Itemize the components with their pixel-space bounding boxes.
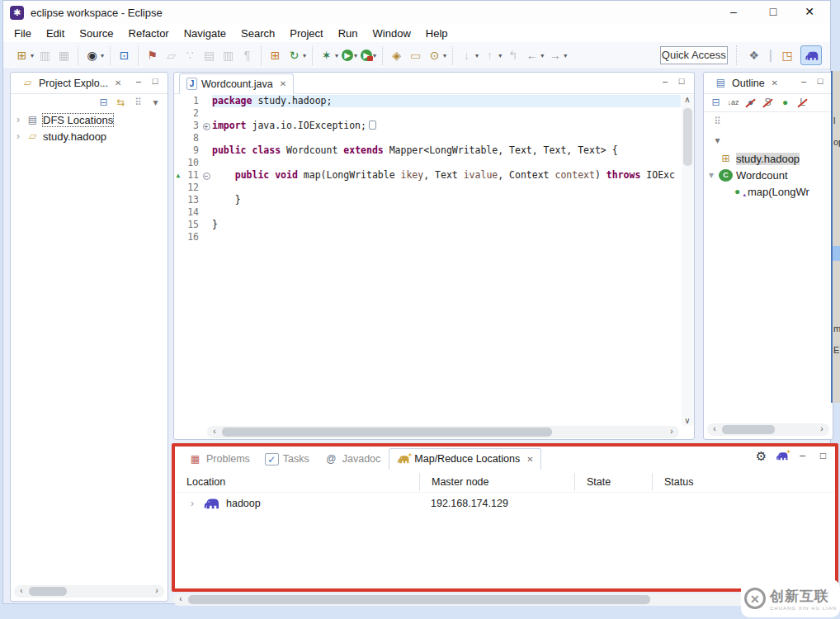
column-header-state[interactable]: State [574, 473, 652, 491]
open-resource-button[interactable]: ▭ [406, 46, 425, 65]
menu-search[interactable]: Search [234, 26, 282, 41]
tab-project-explorer[interactable]: ▱ Project Explo... ✕ [16, 73, 126, 93]
dropdown-arrow-icon[interactable]: ▾ [540, 52, 544, 59]
scroll-thumb[interactable] [722, 425, 775, 434]
editor-tab-close-icon[interactable]: ✕ [280, 79, 286, 88]
hide-non-public-icon[interactable]: ● [778, 96, 792, 110]
menu-edit[interactable]: Edit [39, 26, 72, 41]
outline-tab-close-icon[interactable]: ✕ [772, 78, 778, 87]
tab-map-reduce-locations[interactable]: Map/Reduce Locations✕ [389, 448, 540, 470]
panel-maximize-icon[interactable]: □ [816, 449, 830, 463]
scroll-right-icon[interactable]: › [816, 424, 828, 433]
dropdown-arrow-icon[interactable]: ▾ [354, 52, 357, 59]
dropdown-arrow-icon[interactable]: ▾ [101, 52, 104, 59]
run-button[interactable]: ▶▾ [340, 48, 359, 63]
dropdown-arrow-icon[interactable]: ▾ [31, 52, 34, 59]
menu-help[interactable]: Help [418, 26, 455, 41]
dropdown-arrow-icon[interactable]: ▾ [373, 52, 376, 59]
external-tools-button[interactable]: ⚑ [143, 46, 162, 65]
tab-wordcount-java[interactable]: J Wordcount.java ✕ [179, 73, 294, 94]
table-row[interactable]: › hadoop 192.168.174.129 [175, 493, 835, 514]
view-dots-icon[interactable]: ⠿ [710, 115, 724, 129]
open-type-button[interactable]: ◈ [387, 46, 406, 65]
menu-window[interactable]: Window [366, 26, 418, 41]
editor-hscrollbar[interactable]: ‹ › [207, 426, 679, 438]
bottom-panel-hscrollbar[interactable]: ‹ › [173, 593, 838, 606]
view-menu-icon[interactable]: ▾ [149, 96, 163, 110]
bottom-tab-close-icon[interactable]: ✕ [526, 455, 533, 464]
scroll-thumb[interactable] [188, 595, 650, 604]
hide-local-types-icon[interactable]: L [795, 96, 809, 110]
run-external-button[interactable]: ▶▾ [359, 48, 378, 63]
tree-item-dfs-locations[interactable]: ›▤DFS Locations [11, 111, 168, 128]
fold-collapse-icon[interactable]: − [203, 172, 210, 180]
menu-source[interactable]: Source [72, 26, 120, 41]
menu-refactor[interactable]: Refactor [121, 26, 177, 41]
dropdown-arrow-icon[interactable]: ▾ [498, 52, 502, 59]
scroll-left-icon[interactable]: ‹ [16, 586, 27, 595]
scroll-left-icon[interactable]: ‹ [709, 424, 720, 433]
editor-minimize-button[interactable]: – [658, 76, 672, 86]
column-header-status[interactable]: Status [652, 473, 835, 491]
window-close-button[interactable]: ✕ [795, 2, 823, 21]
refresh-task-button[interactable]: ↻▾ [285, 46, 308, 65]
code-editor[interactable]: 1package study.hadoop;23+import java.io.… [174, 95, 681, 426]
scroll-thumb[interactable] [222, 428, 552, 437]
open-console-button[interactable]: ⊡ [115, 46, 134, 65]
dropdown-arrow-icon[interactable]: ▾ [475, 52, 479, 59]
view-menu-icon[interactable]: ▾ [710, 134, 724, 148]
tab-problems[interactable]: ▦Problems [182, 448, 257, 470]
folded-region-icon[interactable] [369, 120, 376, 130]
user-account-button[interactable]: ◉▾ [83, 46, 106, 65]
debug-button[interactable]: ✶▾ [317, 46, 340, 65]
tree-item-study-hadoop[interactable]: ›▱study.hadoop [11, 128, 168, 144]
project-explorer-tab-close-icon[interactable]: ✕ [115, 78, 121, 87]
collapse-chevron-icon[interactable]: ▾ [707, 169, 715, 181]
new-wizard-button[interactable]: ⊞▾ [12, 46, 35, 65]
search-torch-button[interactable]: ⊙▾ [425, 46, 448, 65]
menu-navigate[interactable]: Navigate [177, 26, 234, 41]
hide-fields-icon[interactable]: ● [743, 96, 757, 110]
dropdown-arrow-icon[interactable]: ▾ [443, 52, 446, 59]
window-minimize-button[interactable]: – [720, 2, 748, 21]
back-button[interactable]: ←▾ [522, 46, 545, 65]
sort-icon[interactable]: ↓az [726, 96, 740, 110]
link-editor-icon[interactable]: ⇆ [114, 96, 128, 110]
expand-chevron-icon[interactable]: › [188, 498, 196, 509]
tab-tasks[interactable]: ✓Tasks [258, 448, 316, 470]
mapreduce-gears-icon[interactable]: ⚙ [754, 449, 768, 463]
outline-maximize-button[interactable]: □ [813, 76, 828, 86]
quick-access-box[interactable]: Quick Access [660, 46, 728, 64]
panel-minimize-icon[interactable]: – [795, 449, 809, 463]
new-java-project-button[interactable]: ⊞ [266, 46, 285, 65]
hide-static-icon[interactable]: S [761, 96, 775, 110]
dropdown-arrow-icon[interactable]: ▾ [564, 52, 567, 59]
outline-item-study-hadoop[interactable]: ⊞study.hadoop [704, 150, 833, 167]
project-explorer-hscrollbar[interactable]: ‹ › [14, 585, 164, 598]
collapse-all-icon[interactable]: ⊟ [97, 96, 111, 110]
outline-minimize-button[interactable]: – [796, 76, 811, 86]
scroll-thumb[interactable] [29, 587, 67, 596]
project-explorer-maximize-button[interactable]: □ [148, 76, 163, 86]
dropdown-arrow-icon[interactable]: ▾ [303, 52, 306, 59]
javaee-perspective-button[interactable]: ◳ [776, 45, 798, 65]
outline-item-wordcount[interactable]: ▾CWordcount [704, 167, 833, 183]
mapreduce-perspective-button[interactable] [800, 45, 822, 65]
open-perspective-button[interactable]: ❖ [743, 45, 765, 65]
expand-chevron-icon[interactable]: › [14, 130, 22, 142]
scroll-left-icon[interactable]: ‹ [175, 594, 186, 603]
column-header-location[interactable]: Location [175, 473, 419, 491]
editor-vscrollbar[interactable]: ∧ ∨ [682, 95, 694, 426]
view-dots-icon[interactable]: ⠿ [131, 96, 145, 110]
window-maximize-button[interactable]: □ [759, 2, 787, 21]
scroll-right-icon[interactable]: › [151, 586, 163, 595]
column-header-master-node[interactable]: Master node [419, 473, 574, 491]
scroll-down-icon[interactable]: ∨ [682, 416, 693, 425]
fold-expand-icon[interactable]: + [203, 123, 210, 130]
scroll-up-icon[interactable]: ∧ [682, 95, 693, 104]
tab-outline[interactable]: ▤ Outline ✕ [709, 73, 783, 93]
expand-chevron-icon[interactable]: › [14, 114, 22, 125]
forward-button[interactable]: →▾ [545, 46, 569, 65]
menu-file[interactable]: File [7, 26, 39, 41]
scroll-left-icon[interactable]: ‹ [209, 427, 220, 436]
